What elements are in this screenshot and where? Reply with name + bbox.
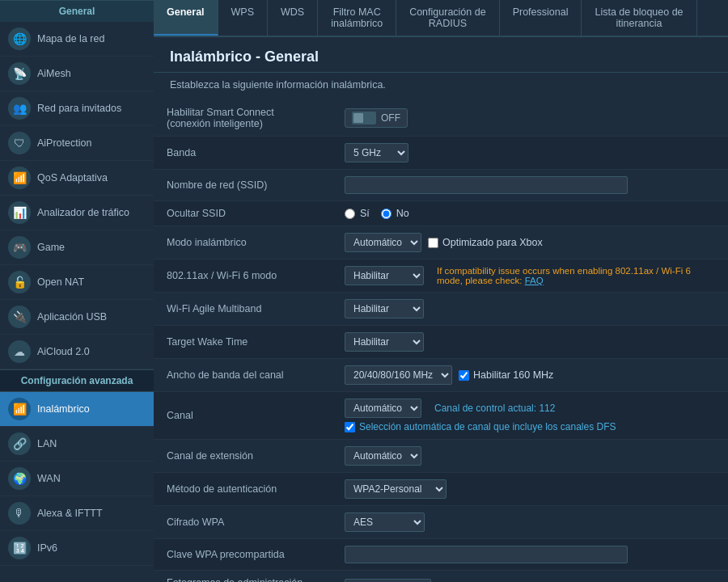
sidebar-item-wan[interactable]: 🌍WAN [0, 462, 154, 496]
radio-label-Sí[interactable]: Sí [345, 208, 370, 219]
select-6[interactable]: HabilitarDeshabilitar [345, 299, 424, 318]
checkbox-text-4: Optimizado para Xbox [442, 237, 543, 248]
select-14[interactable]: CapazRequeridoDeshabilitado [345, 579, 431, 582]
field-value-13 [332, 539, 728, 571]
settings-row-10: Canal de extensiónAutomáticoSuperiorInfe… [154, 440, 728, 473]
sidebar-icon: 🎙 [8, 502, 31, 525]
field-label-2: Nombre de red (SSID) [154, 170, 332, 201]
field-label-10: Canal de extensión [154, 440, 332, 473]
wifi6-note: If compatibility issue occurs when enabl… [437, 266, 715, 285]
sidebar-item-open-nat[interactable]: 🔓Open NAT [0, 265, 154, 300]
dfs-label[interactable]: Selección automática de canal que incluy… [345, 421, 616, 432]
sidebar-icon: 🔓 [8, 271, 31, 293]
radio-label-No[interactable]: No [381, 208, 409, 219]
select-8[interactable]: 20/40/80/160 MHz20/40/80 MHz20/40 MHz20 … [345, 365, 452, 385]
checkbox-8[interactable] [459, 370, 469, 381]
canal-row1: Automático3640444852566064100104108112Ca… [345, 399, 715, 418]
canal-wrapper: Automático3640444852566064100104108112Ca… [345, 399, 715, 432]
checkbox-label-8[interactable]: Habilitar 160 MHz [459, 369, 553, 381]
select-5[interactable]: HabilitarDeshabilitar [345, 266, 424, 285]
radio-option-label: No [396, 208, 409, 219]
tab-general[interactable]: General [154, 0, 218, 36]
field-value-14: CapazRequeridoDeshabilitado [332, 571, 728, 583]
tab-configuración-de-radius[interactable]: Configuración de RADIUS [396, 0, 500, 36]
select-12[interactable]: AESTKIPAES + TKIP [345, 512, 425, 532]
sidebar-item-inalámbrico[interactable]: 📶Inalámbrico [0, 392, 154, 427]
sidebar-item-aiprotection[interactable]: 🛡AiProtection [0, 126, 154, 161]
settings-row-11: Método de autenticaciónWPA2-PersonalWPA-… [154, 473, 728, 506]
sidebar-item-label: AiMesh [37, 68, 71, 79]
dfs-checkbox[interactable] [345, 422, 355, 432]
sidebar-icon: 🌍 [8, 467, 31, 490]
sidebar-item-aicloud-2.0[interactable]: ☁AiCloud 2.0 [0, 335, 154, 369]
sidebar-item-label: Alexa & IFTTT [37, 508, 103, 519]
sidebar-icon: 👥 [8, 97, 31, 120]
ssid-input[interactable] [345, 176, 628, 194]
sidebar-item-lan[interactable]: 🔗LAN [0, 427, 154, 462]
settings-row-14: Fotogramas de administración protegidosC… [154, 571, 728, 583]
sidebar-item-ipv6[interactable]: 🔢IPv6 [0, 531, 154, 566]
field-value-5: HabilitarDeshabilitar If compatibility i… [332, 259, 728, 293]
sidebar-item-label: Game [37, 242, 65, 253]
sidebar-item-label: IPv6 [37, 542, 57, 554]
faq-link[interactable]: FAQ [525, 276, 544, 285]
sidebar-icon: 🎮 [8, 236, 31, 259]
sidebar-item-label: AiProtection [37, 137, 91, 149]
settings-row-6: Wi-Fi Agile MultibandHabilitarDeshabilit… [154, 293, 728, 326]
field-value-12: AESTKIPAES + TKIP [332, 506, 728, 539]
sidebar-item-label: Red para invitados [37, 103, 121, 114]
settings-row-1: Banda2.4 GHz5 GHz6 GHz [154, 137, 728, 170]
field-value-2 [332, 170, 728, 201]
sidebar-general-title: General [0, 0, 154, 22]
radio-input-Sí[interactable] [345, 209, 355, 219]
select-7[interactable]: HabilitarDeshabilitar [345, 332, 424, 352]
sidebar-item-mapa-de-la-red[interactable]: 🌐Mapa de la red [0, 22, 154, 57]
tab-wps[interactable]: WPS [218, 0, 268, 36]
checkbox-4[interactable] [428, 238, 438, 248]
canal-select[interactable]: Automático3640444852566064100104108112 [345, 399, 421, 418]
sidebar-item-red-para-invitados[interactable]: 👥Red para invitados [0, 91, 154, 126]
sidebar: General 🌐Mapa de la red📡AiMesh👥Red para … [0, 0, 154, 582]
field-label-12: Cifrado WPA [154, 506, 332, 539]
select-4[interactable]: AutomáticoN onlyAC only [345, 233, 421, 252]
field-label-1: Banda [154, 137, 332, 170]
field-value-10: AutomáticoSuperiorInferior [332, 440, 728, 473]
sidebar-item-analizador-de-tráfico[interactable]: 📊Analizador de tráfico [0, 196, 154, 230]
page-subtitle: Establezca la siguiente información inal… [154, 73, 728, 100]
field-label-3: Ocultar SSID [154, 201, 332, 226]
sidebar-item-game[interactable]: 🎮Game [0, 230, 154, 265]
sidebar-item-alexa-&-ifttt[interactable]: 🎙Alexa & IFTTT [0, 496, 154, 531]
tabs-bar: GeneralWPSWDSFiltro MAC inalámbricoConfi… [154, 0, 728, 37]
field-label-7: Target Wake Time [154, 326, 332, 359]
sidebar-icon: 📶 [8, 167, 31, 189]
select-10[interactable]: AutomáticoSuperiorInferior [345, 446, 421, 466]
settings-row-13: Clave WPA precompartida [154, 539, 728, 571]
smart-connect-toggle[interactable]: OFF [345, 108, 408, 128]
tab-professional[interactable]: Professional [500, 0, 582, 36]
sidebar-icon: 📊 [8, 201, 31, 224]
wpa-key-input[interactable] [345, 546, 628, 563]
field-value-1: 2.4 GHz5 GHz6 GHz [332, 137, 728, 170]
settings-row-12: Cifrado WPAAESTKIPAES + TKIP [154, 506, 728, 539]
checkbox-label-4[interactable]: Optimizado para Xbox [428, 237, 543, 248]
settings-table: Habilitar Smart Connect (conexión inteli… [154, 100, 728, 582]
sidebar-item-label: Mapa de la red [37, 33, 104, 44]
field-value-11: WPA2-PersonalWPA-PersonalWPA2-Enterprise… [332, 473, 728, 506]
sidebar-advanced-title: Configuración avanzada [0, 369, 154, 392]
tab-filtro-mac-inalámbrico[interactable]: Filtro MAC inalámbrico [318, 0, 396, 36]
sidebar-icon: 🔗 [8, 432, 31, 455]
sidebar-icon: 🛡 [8, 132, 31, 154]
sidebar-icon: 🔢 [8, 537, 31, 559]
tab-lista-de-bloqueo-de-itinerancia[interactable]: Lista de bloqueo de itinerancia [582, 0, 696, 36]
select-11[interactable]: WPA2-PersonalWPA-PersonalWPA2-Enterprise… [345, 479, 447, 499]
select-note-row-5: HabilitarDeshabilitar If compatibility i… [345, 266, 715, 285]
select-1[interactable]: 2.4 GHz5 GHz6 GHz [345, 143, 408, 162]
sidebar-item-qos-adaptativa[interactable]: 📶QoS Adaptativa [0, 161, 154, 196]
sidebar-item-label: Analizador de tráfico [37, 207, 129, 218]
main-content: GeneralWPSWDSFiltro MAC inalámbricoConfi… [154, 0, 728, 582]
sidebar-icon: 🌐 [8, 27, 31, 50]
sidebar-item-aimesh[interactable]: 📡AiMesh [0, 57, 154, 91]
sidebar-item-aplicación-usb[interactable]: 🔌Aplicación USB [0, 300, 154, 335]
radio-input-No[interactable] [381, 209, 392, 219]
tab-wds[interactable]: WDS [268, 0, 318, 36]
